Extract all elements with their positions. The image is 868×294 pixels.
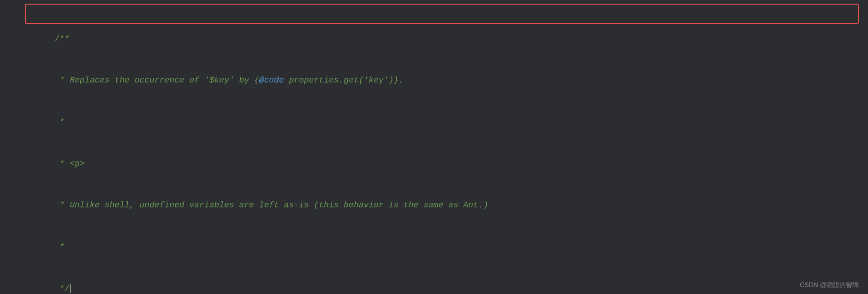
comment-line2-part2: ' by — [229, 76, 254, 85]
code-line-6: * — [6, 227, 868, 267]
annotation-code: @code — [259, 76, 284, 85]
code-line-7: */ — [6, 269, 868, 294]
line-3: * — [0, 101, 868, 143]
comment-star-3: * — [55, 117, 65, 126]
comment-star-6: * — [55, 242, 65, 252]
line-1: /** — [0, 5, 868, 59]
watermark: CSDN @洒脱的智障 — [800, 281, 859, 289]
line-2: * Replaces the occurrence of '$key' by {… — [0, 59, 868, 101]
code-line-1: /** — [6, 6, 868, 59]
comment-properties: properties.get('key')}. — [284, 76, 404, 85]
code-line-2: * Replaces the occurrence of '$key' by {… — [6, 60, 868, 100]
cursor — [70, 284, 76, 293]
code-line-3: * — [6, 102, 868, 142]
comment-key: $key — [209, 76, 229, 85]
code-editor: /** * Replaces the occurrence of '$key' … — [0, 0, 868, 294]
line-5: * Unlike shell, undefined variables are … — [0, 184, 868, 226]
comment-open: /** — [55, 34, 70, 43]
line-6: * — [0, 226, 868, 268]
line-7: */ — [0, 268, 868, 294]
comment-brace-open: { — [254, 76, 259, 85]
comment-line2-part1: * Replaces the occurrence of ' — [55, 76, 209, 85]
line-4: * <p> — [0, 143, 868, 184]
comment-close: */ — [55, 284, 70, 293]
code-line-5: * Unlike shell, undefined variables are … — [6, 185, 868, 225]
code-line-4: * <p> — [6, 144, 868, 183]
comment-unlike: * Unlike shell, undefined variables are … — [55, 200, 488, 210]
comment-p-tag: * <p> — [55, 159, 85, 168]
